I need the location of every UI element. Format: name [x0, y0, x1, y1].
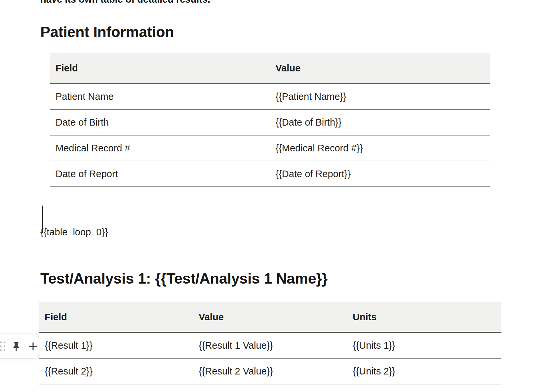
table-row: {{Result 2}} {{Result 2 Value}} {{Units …	[39, 358, 501, 384]
cell-value[interactable]: {{Date of Report}}	[270, 161, 491, 187]
section-heading-patient-information[interactable]: Patient Information	[40, 23, 174, 41]
column-header-field[interactable]: Field	[50, 53, 270, 84]
cell-value[interactable]: {{Medical Record #}}	[270, 135, 491, 161]
table-row: Date of Report {{Date of Report}}	[50, 161, 490, 187]
cell-field[interactable]: {{Result 2}}	[39, 358, 193, 384]
table-header-row: Field Value	[50, 53, 490, 84]
column-header-value[interactable]: Value	[193, 302, 347, 333]
cell-units[interactable]: {{Units 3}}	[347, 384, 501, 392]
cell-value[interactable]: {{Date of Birth}}	[270, 109, 491, 135]
cell-field[interactable]: Medical Record #	[50, 135, 270, 161]
patient-information-table: Field Value Patient Name {{Patient Name}…	[50, 53, 490, 187]
cell-field[interactable]: Date of Birth	[50, 109, 270, 135]
cell-field[interactable]: Patient Name	[50, 84, 270, 110]
section-heading-test-analysis-1[interactable]: Test/Analysis 1: {{Test/Analysis 1 Name}…	[40, 270, 328, 288]
add-block-button[interactable]	[27, 339, 39, 354]
cell-units[interactable]: {{Units 2}}	[347, 358, 501, 384]
cell-value[interactable]: {{Result 2 Value}}	[193, 358, 347, 384]
cell-value[interactable]: {{Patient Name}}	[270, 84, 491, 110]
table-row: Patient Name {{Patient Name}}	[50, 84, 490, 110]
drag-handle-icon[interactable]	[0, 341, 5, 351]
pin-button[interactable]	[11, 339, 22, 354]
table-row: Medical Record # {{Medical Record #}}	[50, 135, 490, 161]
test-analysis-table: Field Value Units {{Result 1}} {{Result …	[39, 302, 501, 392]
cell-field[interactable]: Date of Report	[50, 161, 270, 187]
intro-paragraph-fragment[interactable]: have its own table of detailed results.	[40, 0, 210, 4]
pin-icon	[11, 341, 22, 352]
column-header-value[interactable]: Value	[270, 53, 491, 84]
cell-value[interactable]: {{Result 3 Value}}	[193, 384, 347, 392]
table-row: {{Result 3}} {{Result 3 Value}} {{Units …	[39, 384, 501, 392]
plus-icon	[28, 341, 38, 352]
column-header-field[interactable]: Field	[39, 302, 193, 333]
document-canvas: have its own table of detailed results. …	[0, 0, 550, 392]
table-loop-marker[interactable]: {{table_loop_0}}	[40, 227, 108, 238]
table-row: {{Result 1}} {{Result 1 Value}} {{Units …	[39, 333, 501, 359]
table-row: Date of Birth {{Date of Birth}}	[50, 109, 490, 135]
cell-field[interactable]: {{Result 1}}	[39, 333, 193, 359]
block-toolbar[interactable]	[0, 333, 39, 359]
cell-field[interactable]: {{Result 3}}	[39, 384, 193, 392]
column-header-units[interactable]: Units	[347, 302, 501, 333]
cell-value[interactable]: {{Result 1 Value}}	[193, 333, 347, 359]
table-header-row: Field Value Units	[39, 302, 501, 333]
cell-units[interactable]: {{Units 1}}	[347, 333, 501, 359]
